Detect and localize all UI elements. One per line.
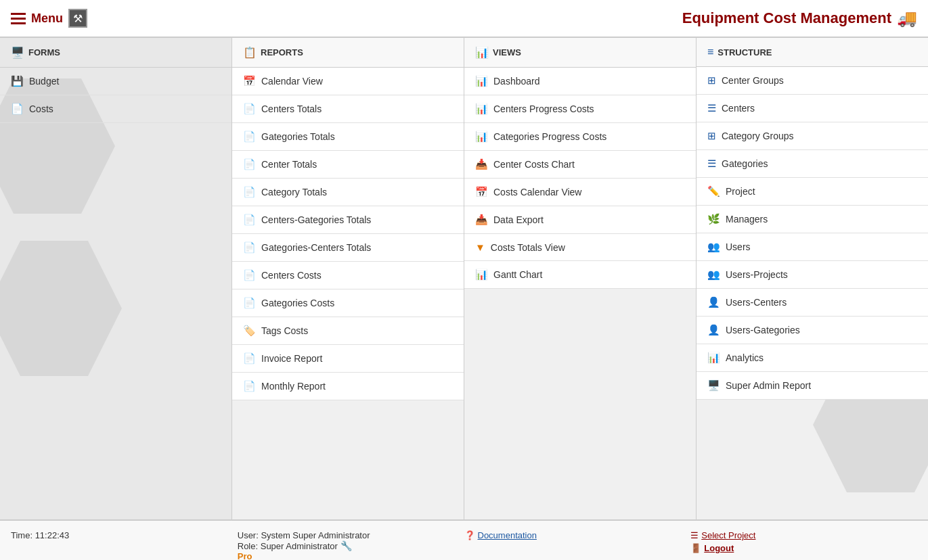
menu-item-gategories-costs[interactable]: 📄 Gategories Costs: [232, 289, 464, 317]
data-export-icon: 📥: [475, 214, 488, 226]
header: Menu ⚒ Equipment Cost Management 🚚: [0, 0, 928, 38]
centers-label: Centers: [722, 103, 755, 114]
select-project-action[interactable]: ☰ Select Project: [690, 530, 906, 540]
users-centers-icon: 👤: [707, 296, 720, 308]
data-export-label: Data Export: [493, 214, 544, 225]
menu-item-costs-totals-view[interactable]: ▼ Costs Totals View: [464, 234, 696, 261]
menu-item-center-totals[interactable]: 📄 Center Totals: [232, 151, 464, 179]
menu-icon[interactable]: [11, 13, 26, 24]
centers-progress-costs-icon: 📊: [475, 103, 488, 115]
main-container: 🖥️ FORMS 💾 Budget 📄 Costs 📋 REPORTS 📅 Ca…: [0, 38, 928, 519]
menu-item-gantt-chart[interactable]: 📊 Gantt Chart: [464, 261, 696, 289]
users-gategories-icon: 👤: [707, 324, 720, 336]
project-label: Project: [726, 186, 755, 197]
menu-item-monthly-report[interactable]: 📄 Monthly Report: [232, 373, 464, 400]
menu-item-gategories-centers-totals[interactable]: 📄 Gategories-Centers Totals: [232, 234, 464, 262]
users-projects-label: Users-Projects: [726, 269, 788, 280]
category-totals-icon: 📄: [243, 186, 256, 198]
footer-documentation: ❓ Documentation: [464, 528, 691, 546]
gategories-label: Gategories: [722, 158, 768, 169]
menu-item-users-projects[interactable]: 👥 Users-Projects: [697, 261, 928, 289]
menu-item-analytics[interactable]: 📊 Analytics: [697, 344, 928, 372]
views-header: 📊 VIEWS: [464, 38, 696, 68]
documentation-label[interactable]: Documentation: [478, 530, 537, 540]
center-groups-icon: ⊞: [707, 74, 716, 87]
gategories-costs-label: Gategories Costs: [261, 298, 334, 308]
center-groups-label: Center Groups: [722, 75, 784, 86]
menu-item-data-export[interactable]: 📥 Data Export: [464, 206, 696, 234]
users-icon: 👥: [707, 241, 720, 253]
pro-label: Pro: [238, 551, 454, 560]
views-header-icon: 📊: [475, 46, 489, 59]
forms-header: 🖥️ FORMS: [0, 38, 231, 68]
reports-column: 📋 REPORTS 📅 Calendar View 📄 Centers Tota…: [232, 38, 464, 519]
forms-header-icon: 🖥️: [11, 46, 24, 59]
menu-item-centers-progress-costs[interactable]: 📊 Centers Progress Costs: [464, 95, 696, 123]
costs-totals-view-label: Costs Totals View: [491, 242, 565, 253]
menu-item-gategories-totals[interactable]: 📄 Gategories Totals: [232, 123, 464, 151]
gategories-totals-label: Gategories Totals: [261, 131, 335, 142]
category-groups-label: Category Groups: [722, 131, 794, 141]
menu-item-dashboard[interactable]: 📊 Dashboard: [464, 68, 696, 95]
monthly-report-label: Monthly Report: [261, 381, 326, 392]
footer-time: Time: 11:22:43: [11, 528, 238, 543]
budget-label: Budget: [29, 76, 59, 87]
center-costs-chart-label: Center Costs Chart: [493, 159, 575, 170]
logout-icon: 🚪: [690, 543, 701, 553]
menu-item-gategories[interactable]: ☰ Gategories: [697, 150, 928, 178]
menu-item-calendar-view[interactable]: 📅 Calendar View: [232, 68, 464, 95]
menu-item-center-costs-chart[interactable]: 📥 Center Costs Chart: [464, 151, 696, 179]
menu-item-managers[interactable]: 🌿 Managers: [697, 206, 928, 233]
header-left: Menu ⚒: [11, 9, 87, 28]
tools-icon[interactable]: ⚒: [68, 9, 87, 28]
documentation-link[interactable]: ❓ Documentation: [464, 530, 680, 540]
menu-item-center-groups[interactable]: ⊞ Center Groups: [697, 67, 928, 95]
menu-item-tags-costs[interactable]: 🏷️ Tags Costs: [232, 317, 464, 345]
menu-item-super-admin-report[interactable]: 🖥️ Super Admin Report: [697, 372, 928, 400]
managers-icon: 🌿: [707, 213, 720, 225]
centers-gategories-totals-label: Centers-Gategories Totals: [261, 214, 371, 225]
calendar-view-label: Calendar View: [261, 76, 323, 87]
costs-icon: 📄: [11, 103, 24, 115]
menu-label[interactable]: Menu: [31, 11, 63, 26]
super-admin-report-label: Super Admin Report: [726, 380, 811, 391]
menu-item-budget[interactable]: 💾 Budget: [0, 68, 231, 95]
super-admin-report-icon: 🖥️: [707, 379, 720, 392]
logout-action[interactable]: 🚪 Logout: [690, 543, 906, 553]
invoice-report-icon: 📄: [243, 352, 256, 365]
gategories-centers-totals-icon: 📄: [243, 241, 256, 254]
gantt-chart-label: Gantt Chart: [493, 269, 542, 280]
menu-item-users-centers[interactable]: 👤 Users-Centers: [697, 289, 928, 317]
menu-item-costs[interactable]: 📄 Costs: [0, 95, 231, 123]
menu-item-centers-totals[interactable]: 📄 Centers Totals: [232, 95, 464, 123]
reports-header-label: REPORTS: [261, 47, 303, 57]
centers-progress-costs-label: Centers Progress Costs: [493, 103, 594, 114]
menu-item-users-gategories[interactable]: 👤 Users-Gategories: [697, 317, 928, 344]
menu-item-category-totals[interactable]: 📄 Category Totals: [232, 179, 464, 206]
role-icon: 🔧: [340, 540, 352, 551]
gantt-chart-icon: 📊: [475, 269, 488, 281]
truck-icon: 🚚: [897, 9, 917, 28]
select-project-label[interactable]: Select Project: [701, 530, 755, 540]
dashboard-label: Dashboard: [493, 76, 540, 87]
app-title: Equipment Cost Management 🚚: [682, 9, 917, 28]
category-totals-label: Category Totals: [261, 187, 327, 197]
menu-item-centers[interactable]: ☰ Centers: [697, 95, 928, 122]
time-label: Time: 11:22:43: [11, 530, 69, 540]
gategories-centers-totals-label: Gategories-Centers Totals: [261, 242, 371, 253]
menu-item-users[interactable]: 👥 Users: [697, 233, 928, 261]
menu-item-centers-costs[interactable]: 📄 Centers Costs: [232, 262, 464, 289]
gategories-costs-icon: 📄: [243, 297, 256, 309]
budget-icon: 💾: [11, 75, 24, 87]
logout-label[interactable]: Logout: [704, 543, 734, 553]
managers-label: Managers: [726, 214, 768, 225]
menu-item-project[interactable]: ✏️ Project: [697, 178, 928, 206]
menu-item-costs-calendar-view[interactable]: 📅 Costs Calendar View: [464, 179, 696, 206]
menu-item-invoice-report[interactable]: 📄 Invoice Report: [232, 345, 464, 373]
menu-item-categories-progress-costs[interactable]: 📊 Categories Progress Costs: [464, 123, 696, 151]
menu-item-centers-gategories-totals[interactable]: 📄 Centers-Gategories Totals: [232, 206, 464, 234]
user-label: User: System Super Administrator: [238, 530, 454, 540]
menu-item-category-groups[interactable]: ⊞ Category Groups: [697, 122, 928, 150]
center-totals-icon: 📄: [243, 158, 256, 170]
costs-totals-view-icon: ▼: [475, 241, 485, 253]
